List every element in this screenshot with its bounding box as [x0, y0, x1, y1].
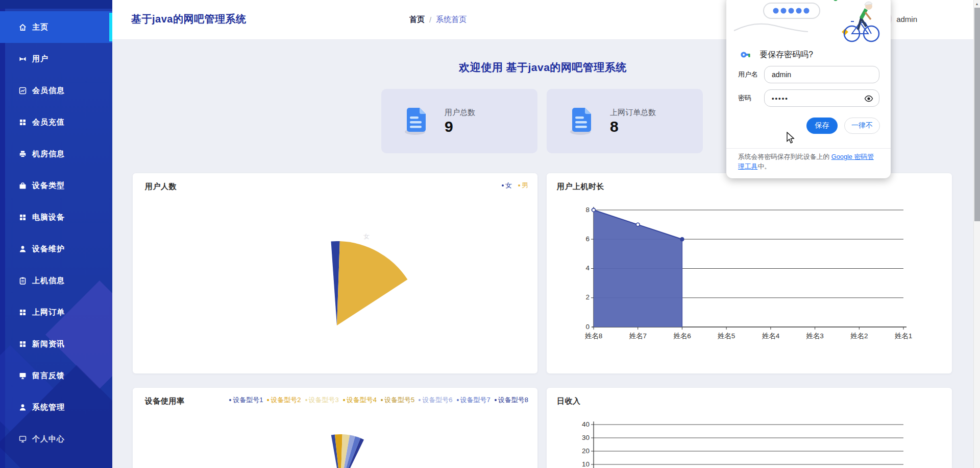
document-icon [402, 106, 429, 136]
svg-text:40: 40 [582, 420, 590, 428]
chrome-save-password-dialog: 要保存密码吗? 用户名 admin 密码 ••••• 保存 一律不 系统会 [726, 0, 891, 178]
scrollbar-thumb[interactable] [974, 8, 980, 221]
sidebar-item-label: 会员充值 [32, 118, 65, 127]
chart-card-daily-income: 日收入 40 30 20 10 [547, 388, 952, 468]
stat-value: 9 [445, 119, 475, 134]
svg-text:0: 0 [585, 323, 590, 331]
password-label: 密码 [738, 93, 764, 103]
password-field[interactable]: ••••• [764, 89, 879, 107]
sidebar-item-label: 个人中心 [32, 434, 65, 444]
pie-chart-device-usage [133, 388, 537, 468]
sidebar-item-label: 上网订单 [32, 308, 65, 317]
svg-text:6: 6 [585, 235, 590, 243]
person-icon [18, 245, 27, 253]
chart-card-session-hours: 用户上机时长 8 6 4 2 [547, 173, 952, 373]
stat-text: 上网订单总数 8 [610, 108, 656, 134]
grid-icon [18, 308, 27, 317]
clipboard-icon [18, 276, 27, 285]
app-title: 基于java的网吧管理系统 [131, 12, 246, 26]
sidebar-item-label: 系统管理 [32, 403, 65, 412]
sidebar-item-label: 设备类型 [32, 181, 65, 191]
pie-chart-user-count [133, 173, 537, 373]
username-value: admin [772, 71, 791, 79]
document-icon [567, 106, 595, 136]
svg-text:姓名2: 姓名2 [850, 332, 868, 340]
svg-text:2: 2 [585, 293, 590, 301]
briefcase-icon [18, 181, 27, 190]
sidebar-item-computers[interactable]: 电脑设备 [0, 201, 112, 233]
printer-icon [18, 150, 27, 158]
sidebar-item-device-type[interactable]: 设备类型 [0, 170, 112, 201]
sidebar-item-profile[interactable]: 个人中心 [0, 423, 112, 455]
stat-label: 上网订单总数 [610, 108, 656, 118]
scrollbar-up-button[interactable]: ▲ [974, 0, 980, 8]
breadcrumb: 首页 / 系统首页 [409, 15, 467, 25]
svg-text:姓名8: 姓名8 [585, 332, 603, 340]
username-field[interactable]: admin [764, 66, 879, 83]
vertical-scrollbar: ▲ [973, 0, 980, 468]
grid-icon [18, 213, 27, 222]
home-icon [18, 23, 27, 32]
area-chart-session-hours: 8 6 4 2 0 姓名8 姓名7 姓名6 姓名5 姓名4 姓名3 姓名2 姓名… [547, 173, 952, 373]
grid-icon [18, 340, 27, 348]
show-password-eye-icon[interactable] [864, 94, 873, 103]
sidebar-item-users[interactable]: 用户 [0, 43, 112, 75]
person-icon [18, 403, 27, 412]
username-label: 用户名 [738, 70, 764, 79]
sidebar-item-feedback[interactable]: 留言反馈 [0, 360, 112, 391]
monitor-icon [18, 371, 27, 380]
sidebar-item-label: 留言反馈 [32, 371, 65, 381]
stat-text: 用户总数 9 [445, 108, 475, 134]
svg-text:30: 30 [582, 434, 590, 441]
trend-chart-icon [18, 86, 27, 95]
password-illustration [726, 0, 891, 47]
breadcrumb-current[interactable]: 系统首页 [436, 15, 467, 25]
sidebar-item-label: 设备维护 [32, 244, 65, 254]
breadcrumb-home-link[interactable]: 首页 [409, 15, 425, 25]
sidebar-item-system-admin[interactable]: 系统管理 [0, 391, 112, 423]
sidebar-item-label: 电脑设备 [32, 213, 65, 222]
sidebar-nav: 主页 用户 会员信息 会员充值 机房信息 设备类型 [0, 11, 112, 455]
chart-card-user-count: 用户人数 女 男 女 [133, 173, 537, 373]
save-password-button[interactable]: 保存 [806, 118, 838, 134]
screen: 主页 用户 会员信息 会员充值 机房信息 设备类型 [0, 0, 980, 468]
svg-text:姓名1: 姓名1 [895, 332, 913, 340]
stat-label: 用户总数 [445, 108, 475, 118]
dialog-divider [726, 148, 891, 149]
sidebar-item-member-recharge[interactable]: 会员充值 [0, 106, 112, 138]
users-icon [18, 55, 27, 63]
sidebar-item-label: 会员信息 [32, 86, 65, 96]
stat-card-total-users: 用户总数 9 [381, 89, 537, 153]
sidebar-item-news[interactable]: 新闻资讯 [0, 328, 112, 360]
sidebar-item-label: 机房信息 [32, 149, 65, 159]
password-key-icon [740, 49, 751, 60]
password-value: ••••• [772, 95, 789, 102]
sidebar-item-label: 上机信息 [32, 276, 65, 286]
sidebar-item-label: 用户 [32, 54, 48, 64]
sidebar-item-home[interactable]: 主页 [0, 11, 112, 43]
username-label: admin [896, 15, 917, 24]
sidebar-item-orders[interactable]: 上网订单 [0, 296, 112, 328]
dialog-title: 要保存密码吗? [760, 50, 813, 60]
monitor-icon [18, 435, 27, 443]
svg-text:8: 8 [585, 206, 590, 214]
dialog-buttons: 保存 一律不 [806, 118, 880, 134]
bicycle-illustration [844, 2, 879, 41]
svg-text:姓名5: 姓名5 [718, 332, 736, 340]
svg-text:姓名4: 姓名4 [762, 332, 780, 340]
breadcrumb-separator: / [429, 15, 431, 24]
sidebar-item-session-info[interactable]: 上机信息 [0, 265, 112, 296]
grid-icon [18, 118, 27, 127]
chart-card-device-usage: 设备使用率 设备型号1 设备型号2 设备型号3 设备型号4 设备型号5 设备型号… [133, 388, 537, 468]
sidebar-item-device-maintenance[interactable]: 设备维护 [0, 233, 112, 265]
dialog-footer-text: 系统会将密码保存到此设备上的 Google 密码管理工具中。 [738, 152, 880, 171]
never-save-button[interactable]: 一律不 [844, 118, 880, 134]
stat-card-total-orders: 上网订单总数 8 [547, 89, 703, 153]
sidebar-item-label: 新闻资讯 [32, 339, 65, 349]
sidebar-item-member-info[interactable]: 会员信息 [0, 75, 112, 106]
sidebar-item-label: 主页 [32, 22, 48, 32]
sidebar: 主页 用户 会员信息 会员充值 机房信息 设备类型 [0, 0, 112, 468]
sidebar-item-room-info[interactable]: 机房信息 [0, 138, 112, 170]
line-chart-daily-income: 40 30 20 10 [547, 388, 952, 468]
svg-text:姓名7: 姓名7 [629, 332, 647, 340]
